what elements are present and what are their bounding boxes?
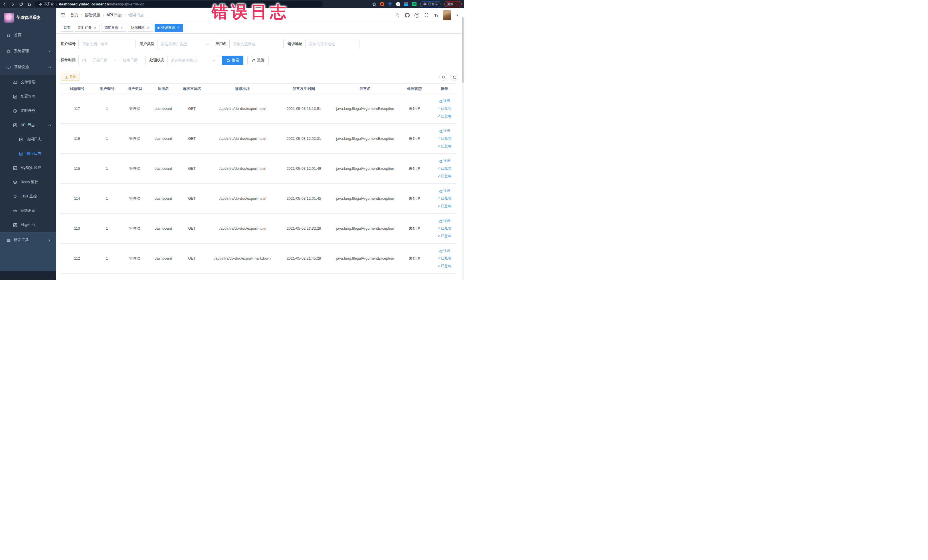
- sidebar-item-mysql-monitor[interactable]: MySQL 监控: [0, 160, 56, 175]
- sidebar-item-log-center[interactable]: 日志中心: [0, 218, 56, 232]
- sidebar-item-devtools[interactable]: 研发工具: [0, 232, 56, 248]
- tab-access-log[interactable]: 访问日志 ×: [128, 24, 153, 32]
- browser-menu-icon[interactable]: ⋮: [455, 2, 459, 6]
- search-button[interactable]: 搜索: [222, 56, 243, 65]
- mark-processed-link[interactable]: ✓ 已处理: [438, 226, 451, 231]
- mark-processed-link[interactable]: ✓ 已处理: [438, 106, 451, 111]
- refresh-table-button[interactable]: [450, 73, 458, 81]
- browser-back-icon[interactable]: [2, 2, 6, 6]
- close-icon[interactable]: ×: [120, 26, 124, 30]
- sidebar-item-system[interactable]: 系统管理: [0, 43, 56, 59]
- extension-icon-grid[interactable]: [404, 2, 408, 6]
- check-icon: ✓: [438, 234, 440, 238]
- paused-badge[interactable]: 😂 已暂停: [420, 1, 441, 7]
- sidebar-item-scheduled-jobs[interactable]: 定时任务: [0, 104, 56, 118]
- github-icon[interactable]: [405, 13, 410, 18]
- sidebar-item-file-manage[interactable]: 文件管理: [0, 75, 56, 89]
- app-name-input[interactable]: [229, 39, 284, 49]
- font-size-icon[interactable]: TT: [434, 13, 438, 17]
- mark-processed-link[interactable]: ✓ 已处理: [438, 196, 451, 201]
- sidebar-item-trace[interactable]: 链路追踪: [0, 203, 56, 218]
- hamburger-icon[interactable]: [61, 12, 66, 18]
- date-start-placeholder: 开始日期: [88, 58, 112, 63]
- table-row: 112 1 管理员 dashboard GET /api/infra/db-do…: [60, 244, 456, 273]
- detail-link[interactable]: 详细: [439, 128, 450, 133]
- detail-link[interactable]: 详细: [439, 188, 450, 193]
- site-security-chip[interactable]: 不安全: [38, 2, 54, 6]
- sidebar-item-home[interactable]: 首页: [0, 27, 56, 43]
- browser-home-icon[interactable]: [27, 2, 31, 6]
- help-icon[interactable]: ?: [415, 13, 419, 18]
- user-type-select[interactable]: [157, 39, 211, 49]
- browser-reload-icon[interactable]: [19, 2, 23, 6]
- detail-link[interactable]: 详细: [439, 158, 450, 163]
- clock-icon: [13, 109, 17, 113]
- address-bar[interactable]: 不安全 | dashboard.yudao.iocoder.cn/infra/l…: [35, 1, 323, 8]
- mark-ignored-link[interactable]: ✓ 已忽略: [438, 144, 451, 149]
- close-icon[interactable]: ×: [177, 26, 180, 30]
- cell-log-id: 114: [60, 196, 94, 201]
- mark-ignored-link[interactable]: ✓ 已忽略: [438, 174, 451, 179]
- edit-square-icon: [13, 123, 17, 127]
- tab-schedule-log[interactable]: 调度日志 ×: [102, 24, 127, 32]
- request-url-input[interactable]: [305, 39, 359, 49]
- scrollbar-thumb[interactable]: [462, 17, 464, 83]
- close-icon[interactable]: ×: [147, 26, 150, 30]
- reset-button[interactable]: 重置: [247, 56, 269, 65]
- vue-devtools-icon[interactable]: V: [396, 2, 400, 6]
- bookmark-star-icon[interactable]: [372, 2, 376, 6]
- process-status-select[interactable]: [167, 55, 218, 65]
- sidebar-item-infra[interactable]: 基础设施: [0, 59, 56, 75]
- mark-ignored-link[interactable]: ✓ 已忽略: [438, 114, 451, 119]
- sidebar-item-access-log[interactable]: 访问日志: [0, 132, 56, 146]
- date-range-picker[interactable]: 开始日期 - 结束日期: [78, 55, 145, 65]
- fullscreen-icon[interactable]: [424, 13, 429, 18]
- mark-ignored-link[interactable]: ✓ 已忽略: [438, 264, 451, 269]
- download-icon: [64, 75, 68, 79]
- mark-processed-link[interactable]: ✓ 已处理: [438, 166, 451, 171]
- close-icon[interactable]: ×: [93, 26, 97, 30]
- mark-processed-link[interactable]: ✓ 已处理: [438, 256, 451, 261]
- search-icon[interactable]: [395, 13, 400, 18]
- tab-home[interactable]: 首页: [61, 24, 73, 32]
- page-scrollbar[interactable]: [462, 17, 464, 280]
- breadcrumb-item[interactable]: 首页: [70, 12, 78, 18]
- detail-link[interactable]: 详细: [439, 98, 450, 103]
- sidebar-item-api-log[interactable]: API 日志: [0, 118, 56, 132]
- tab-error-log[interactable]: 错误日志 ×: [155, 24, 183, 32]
- cell-method: GET: [177, 226, 207, 230]
- date-range-separator: -: [114, 58, 116, 63]
- sidebar-item-config-manage[interactable]: 配置管理: [0, 89, 56, 104]
- cell-exception-time: 2021-05-02 23:32:28: [278, 226, 330, 230]
- field-label: 异常时间: [61, 58, 76, 63]
- sidebar-item-label: 访问日志: [26, 137, 41, 142]
- user-id-input[interactable]: [78, 39, 136, 49]
- git-extension-icon[interactable]: GIT: [412, 2, 417, 6]
- update-button[interactable]: 更新 ⋮: [444, 1, 462, 7]
- toggle-search-button[interactable]: [439, 73, 447, 81]
- breadcrumb-item[interactable]: 基础设施: [84, 12, 101, 18]
- extension-icon-orange[interactable]: [380, 2, 384, 6]
- cell-method: GET: [177, 136, 207, 140]
- export-button[interactable]: 导出: [61, 73, 80, 81]
- cell-app-name: dashboard: [150, 166, 177, 171]
- breadcrumb-item[interactable]: API 日志: [107, 12, 122, 18]
- cell-log-id: 112: [60, 256, 94, 261]
- extension-icon-shield[interactable]: [388, 2, 392, 6]
- sidebar-item-java-monitor[interactable]: Java 监控: [0, 189, 56, 203]
- cell-exception-time: 2021-05-03 12:01:45: [278, 196, 330, 201]
- sidebar-item-redis-monitor[interactable]: Redis 监控: [0, 175, 56, 189]
- detail-link[interactable]: 详细: [439, 248, 450, 253]
- tab-scheduled-jobs[interactable]: 定时任务 ×: [75, 24, 100, 32]
- cell-process-status: 未处理: [401, 136, 428, 141]
- cell-exception-time: 2021-05-03 12:02:31: [278, 136, 330, 140]
- mark-processed-link[interactable]: ✓ 已处理: [438, 136, 451, 141]
- sidebar-item-error-log[interactable]: 错误日志: [0, 146, 56, 160]
- mark-ignored-link[interactable]: ✓ 已忽略: [438, 233, 451, 238]
- detail-link[interactable]: 详细: [439, 218, 450, 223]
- mark-ignored-link[interactable]: ✓ 已忽略: [438, 204, 451, 209]
- avatar-caret-down-icon[interactable]: ▼: [456, 14, 459, 17]
- app-logo-row[interactable]: 芋道管理系统: [0, 8, 56, 27]
- browser-forward-icon[interactable]: [11, 2, 15, 6]
- user-avatar[interactable]: [443, 10, 451, 20]
